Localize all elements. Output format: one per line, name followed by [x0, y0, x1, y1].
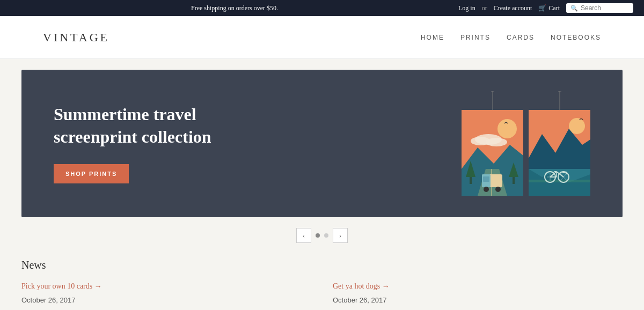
hero-text: Summertime travel screenprint collection… [54, 104, 462, 183]
poster-2 [529, 110, 590, 196]
slider-dot-2[interactable] [324, 233, 328, 238]
search-input[interactable] [581, 4, 629, 12]
news-article-1: Pick your own 10 cards → October 26, 201… [21, 282, 311, 310]
cart-label: Cart [548, 4, 560, 12]
hero-heading-line1: Summertime travel [54, 105, 196, 124]
slider-dot-1[interactable] [316, 233, 320, 238]
logo: VINTAGE [43, 31, 109, 45]
wire-1 [491, 91, 494, 110]
slider-nav: ‹ › [21, 228, 623, 243]
cart-icon: 🛒 [538, 4, 546, 12]
svg-point-6 [486, 138, 507, 146]
separator: or [482, 4, 487, 12]
search-box[interactable]: 🔍 [566, 3, 633, 13]
news-section: News Pick your own 10 cards → October 26… [21, 259, 623, 310]
nav-home[interactable]: HOME [421, 34, 444, 41]
nav-prints[interactable]: PRINTS [460, 34, 491, 41]
wire-2 [558, 91, 561, 110]
poster-2-wrap [529, 91, 590, 196]
login-link[interactable]: Log in [458, 4, 475, 12]
svg-point-13 [495, 187, 501, 192]
next-icon: › [339, 232, 341, 240]
slider-next[interactable]: › [333, 228, 348, 243]
svg-point-3 [497, 119, 517, 138]
main-content: Summertime travel screenprint collection… [0, 59, 644, 310]
shipping-text: Free shipping on orders over $50. [191, 4, 278, 12]
news-title: News [21, 259, 623, 271]
logo-text: VINTAGE [43, 31, 109, 44]
hero-posters [462, 91, 590, 196]
nav-cards[interactable]: CARDS [507, 34, 535, 41]
prev-icon: ‹ [303, 232, 305, 240]
news-article-1-title[interactable]: Pick your own 10 cards → [21, 282, 311, 291]
shipping-notice: Free shipping on orders over $50. [11, 4, 458, 12]
slider-prev[interactable]: ‹ [296, 228, 311, 243]
create-account-link[interactable]: Create account [494, 4, 532, 12]
top-bar-actions: Log in or Create account 🛒 Cart 🔍 [458, 3, 633, 13]
header: VINTAGE HOME PRINTS CARDS NOTEBOOKS [0, 16, 644, 59]
svg-point-12 [484, 187, 489, 192]
search-icon: 🔍 [570, 5, 578, 12]
hero-heading-line2: screenprint collection [54, 127, 211, 146]
svg-rect-14 [483, 176, 489, 182]
news-grid: Pick your own 10 cards → October 26, 201… [21, 282, 623, 310]
poster-1 [462, 110, 523, 196]
news-article-2: Get ya hot dogs → October 26, 2017 Did y… [333, 282, 623, 310]
top-bar: Free shipping on orders over $50. Log in… [0, 0, 644, 16]
hero-heading: Summertime travel screenprint collection [54, 104, 462, 148]
poster-1-wrap [462, 91, 523, 196]
hero-banner: Summertime travel screenprint collection… [21, 70, 623, 217]
news-article-2-title[interactable]: Get ya hot dogs → [333, 282, 623, 291]
news-article-1-date: October 26, 2017 [21, 295, 311, 306]
shop-prints-button[interactable]: SHOP PRINTS [54, 164, 129, 183]
nav-notebooks[interactable]: NOTEBOOKS [551, 34, 601, 41]
main-nav: HOME PRINTS CARDS NOTEBOOKS [421, 34, 601, 41]
cart-button[interactable]: 🛒 Cart [538, 4, 560, 12]
news-article-2-date: October 26, 2017 [333, 295, 623, 306]
